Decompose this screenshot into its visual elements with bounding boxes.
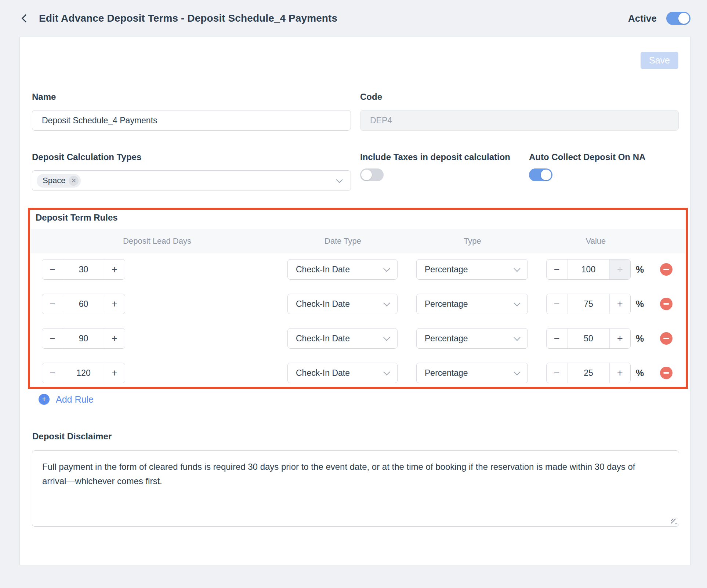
auto-collect-toggle[interactable]	[529, 168, 552, 181]
lead-days-value[interactable]: 120	[63, 363, 104, 383]
name-input[interactable]: Deposit Schedule_4 Payments	[32, 110, 351, 131]
lead-days-plus-button[interactable]: +	[104, 329, 125, 348]
type-value: Percentage	[425, 368, 468, 378]
type-select[interactable]: Percentage	[416, 259, 528, 280]
deposit-term-rules-highlight-frame: Deposit Term Rules Deposit Lead Days Dat…	[28, 208, 688, 389]
save-button[interactable]: Save	[641, 52, 678, 69]
value-plus-button[interactable]: +	[609, 363, 630, 383]
lead-days-minus-button[interactable]: −	[42, 294, 63, 314]
edit-form-card: Save Name Deposit Schedule_4 Payments Co…	[19, 37, 690, 565]
remove-rule-button[interactable]	[660, 263, 672, 276]
active-toggle[interactable]	[666, 12, 690, 25]
auto-collect-label: Auto Collect Deposit On NA	[529, 152, 679, 162]
calc-types-select[interactable]: Space ✕	[32, 170, 351, 191]
lead-days-plus-button[interactable]: +	[104, 363, 125, 383]
back-icon[interactable]	[22, 14, 30, 23]
chevron-down-icon	[383, 334, 390, 341]
calc-types-group: Deposit Calculation Types Space ✕	[32, 152, 351, 191]
header-right: Active	[628, 12, 690, 25]
rules-rows-container: − 30 + Check-In Date Percentage − 100 + …	[30, 259, 686, 383]
chevron-down-icon	[514, 369, 520, 375]
value-plus-button[interactable]: +	[609, 294, 630, 314]
date-type-select[interactable]: Check-In Date	[287, 363, 398, 383]
disclaimer-textarea[interactable]: Full payment in the form of cleared fund…	[32, 450, 679, 527]
code-field-group: Code DEP4	[360, 92, 679, 131]
remove-rule-button[interactable]	[660, 332, 672, 345]
lead-days-plus-button[interactable]: +	[104, 259, 125, 279]
percent-sign: %	[636, 368, 644, 378]
remove-rule-button[interactable]	[660, 298, 672, 310]
name-field-group: Name Deposit Schedule_4 Payments	[32, 92, 351, 131]
rule-row: − 30 + Check-In Date Percentage − 100 + …	[42, 259, 686, 280]
type-select[interactable]: Percentage	[416, 363, 528, 383]
disclaimer-label: Deposit Disclaimer	[32, 431, 678, 442]
type-value: Percentage	[425, 299, 468, 309]
lead-days-value[interactable]: 30	[63, 259, 104, 279]
toggle-knob	[361, 170, 372, 180]
chip-label: Space	[43, 176, 65, 185]
lead-days-value[interactable]: 90	[63, 329, 104, 348]
value-value[interactable]: 50	[568, 329, 609, 348]
rules-section-title: Deposit Term Rules	[36, 213, 686, 223]
toggle-knob	[678, 13, 689, 24]
chevron-down-icon	[514, 334, 520, 341]
rule-row: − 120 + Check-In Date Percentage − 25 + …	[42, 363, 686, 383]
include-taxes-toggle[interactable]	[360, 168, 384, 181]
name-code-row: Name Deposit Schedule_4 Payments Code DE…	[32, 92, 678, 131]
date-type-value: Check-In Date	[296, 299, 350, 309]
value-stepper[interactable]: − 100 +	[546, 259, 631, 280]
value-plus-button[interactable]: +	[609, 329, 630, 348]
plus-circle-icon: +	[39, 394, 50, 405]
rule-row: − 60 + Check-In Date Percentage − 75 + %	[42, 294, 686, 314]
auto-collect-group: Auto Collect Deposit On NA	[529, 152, 679, 191]
rules-table-header: Deposit Lead Days Date Type Type Value	[30, 229, 685, 253]
value-stepper[interactable]: − 25 +	[546, 363, 631, 383]
value-minus-button[interactable]: −	[547, 363, 568, 383]
resize-handle-icon[interactable]	[671, 519, 677, 524]
chip-remove-icon[interactable]: ✕	[69, 176, 79, 186]
type-select[interactable]: Percentage	[416, 328, 528, 349]
lead-days-stepper[interactable]: − 90 +	[42, 328, 125, 349]
lead-days-minus-button[interactable]: −	[42, 329, 63, 348]
chevron-down-icon	[514, 300, 520, 306]
save-row: Save	[32, 52, 678, 69]
date-type-value: Check-In Date	[296, 265, 350, 275]
column-header-lead-days: Deposit Lead Days	[123, 236, 191, 246]
remove-rule-button[interactable]	[660, 367, 672, 379]
value-minus-button[interactable]: −	[547, 294, 568, 314]
percent-sign: %	[636, 264, 644, 275]
code-input: DEP4	[360, 110, 679, 131]
date-type-value: Check-In Date	[296, 368, 350, 378]
lead-days-stepper[interactable]: − 120 +	[42, 363, 125, 383]
add-rule-button[interactable]: + Add Rule	[39, 394, 678, 405]
date-type-select[interactable]: Check-In Date	[287, 294, 398, 314]
date-type-select[interactable]: Check-In Date	[287, 259, 398, 280]
value-plus-button: +	[609, 259, 630, 279]
value-stepper[interactable]: − 75 +	[546, 294, 631, 314]
lead-days-value[interactable]: 60	[63, 294, 104, 314]
lead-days-minus-button[interactable]: −	[42, 363, 63, 383]
add-rule-label: Add Rule	[56, 394, 94, 405]
chevron-down-icon	[514, 265, 520, 272]
code-label: Code	[360, 92, 679, 102]
date-type-select[interactable]: Check-In Date	[287, 328, 398, 349]
name-label: Name	[32, 92, 351, 102]
value-minus-button[interactable]: −	[547, 259, 568, 279]
value-value[interactable]: 75	[568, 294, 609, 314]
value-minus-button[interactable]: −	[547, 329, 568, 348]
chevron-down-icon	[383, 369, 390, 375]
lead-days-plus-button[interactable]: +	[104, 294, 125, 314]
chevron-down-icon	[383, 265, 390, 272]
column-header-type: Type	[464, 236, 481, 246]
value-value[interactable]: 25	[568, 363, 609, 383]
page-title: Edit Advance Deposit Terms - Deposit Sch…	[39, 12, 337, 24]
calc-toggles-row: Deposit Calculation Types Space ✕ Includ…	[32, 152, 678, 191]
lead-days-stepper[interactable]: − 30 +	[42, 259, 125, 280]
type-select[interactable]: Percentage	[416, 294, 528, 314]
value-stepper[interactable]: − 50 +	[546, 328, 631, 349]
lead-days-stepper[interactable]: − 60 +	[42, 294, 125, 314]
calc-types-label: Deposit Calculation Types	[32, 152, 351, 162]
date-type-value: Check-In Date	[296, 334, 350, 344]
lead-days-minus-button[interactable]: −	[42, 259, 63, 279]
value-value[interactable]: 100	[568, 259, 609, 279]
